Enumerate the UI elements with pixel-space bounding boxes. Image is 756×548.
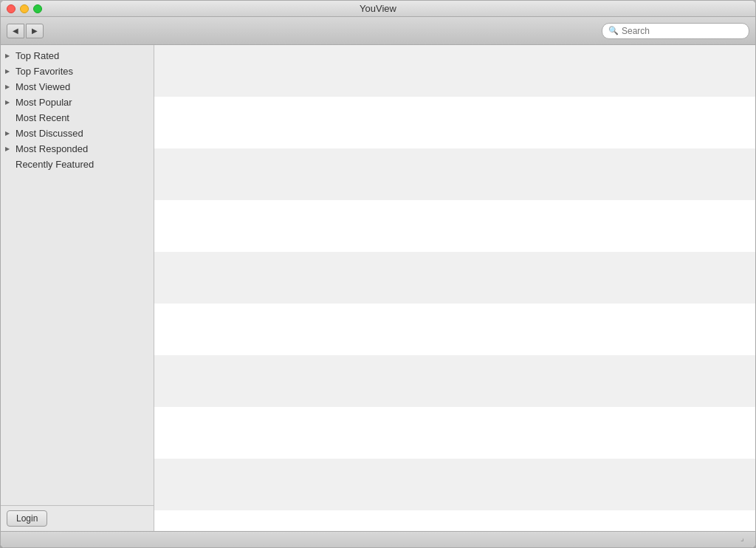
sidebar-footer: Login [1, 505, 154, 531]
search-input[interactable] [622, 26, 743, 36]
content-row [154, 97, 755, 148]
sidebar-item-label: Most Popular [16, 97, 72, 108]
main-content: ▶Top Rated▶Top Favorites▶Most Viewed▶Mos… [1, 45, 755, 531]
sidebar-item-recently-featured[interactable]: ▶Recently Featured [1, 157, 154, 172]
content-row [154, 304, 755, 355]
sidebar-item-most-responded[interactable]: ▶Most Responded [1, 141, 154, 157]
sidebar-item-label: Most Responded [16, 143, 88, 154]
toolbar: ◀ ▶ 🔍 [1, 17, 755, 45]
content-row [154, 252, 755, 304]
sidebar-item-label: Most Viewed [16, 81, 70, 92]
content-area[interactable] [154, 45, 755, 531]
close-button[interactable] [7, 4, 16, 13]
chevron-right-icon: ▶ [5, 52, 14, 59]
sidebar-item-label: Top Rated [16, 50, 59, 61]
sidebar: ▶Top Rated▶Top Favorites▶Most Viewed▶Mos… [1, 45, 154, 531]
sidebar-item-most-discussed[interactable]: ▶Most Discussed [1, 126, 154, 141]
app-window: YouView ◀ ▶ 🔍 ▶Top Rated▶Top Favorites▶M… [0, 0, 756, 548]
content-row [154, 510, 755, 531]
search-icon: 🔍 [608, 26, 619, 35]
window-controls [7, 4, 42, 13]
back-button[interactable]: ◀ [7, 24, 24, 38]
status-bar: ⌟ [1, 531, 755, 547]
minimize-button[interactable] [20, 4, 29, 13]
chevron-right-icon: ▶ [5, 145, 14, 152]
sidebar-item-most-popular[interactable]: ▶Most Popular [1, 95, 154, 110]
forward-button[interactable]: ▶ [26, 24, 44, 38]
sidebar-item-most-viewed[interactable]: ▶Most Viewed [1, 79, 154, 95]
sidebar-item-label: Recently Featured [16, 159, 94, 170]
nav-buttons: ◀ ▶ [7, 24, 44, 38]
content-row [154, 148, 755, 200]
resize-handle[interactable]: ⌟ [740, 534, 752, 546]
sidebar-item-most-recent[interactable]: ▶Most Recent [1, 110, 154, 126]
chevron-right-icon: ▶ [5, 68, 14, 75]
content-row [154, 200, 755, 252]
login-button[interactable]: Login [7, 510, 47, 527]
sidebar-item-top-rated[interactable]: ▶Top Rated [1, 48, 154, 64]
sidebar-item-top-favorites[interactable]: ▶Top Favorites [1, 64, 154, 79]
chevron-right-icon: ▶ [5, 99, 14, 106]
sidebar-item-label: Most Recent [16, 112, 69, 123]
content-row [154, 407, 755, 459]
search-box: 🔍 [602, 23, 749, 39]
window-title: YouView [360, 3, 396, 14]
chevron-right-icon: ▶ [5, 83, 14, 90]
content-row [154, 45, 755, 97]
sidebar-item-label: Most Discussed [16, 128, 83, 139]
title-bar: YouView [1, 1, 755, 17]
content-row [154, 459, 755, 510]
chevron-right-icon: ▶ [5, 130, 14, 137]
sidebar-items: ▶Top Rated▶Top Favorites▶Most Viewed▶Mos… [1, 45, 154, 505]
sidebar-item-label: Top Favorites [16, 66, 73, 77]
maximize-button[interactable] [33, 4, 42, 13]
content-row [154, 355, 755, 407]
